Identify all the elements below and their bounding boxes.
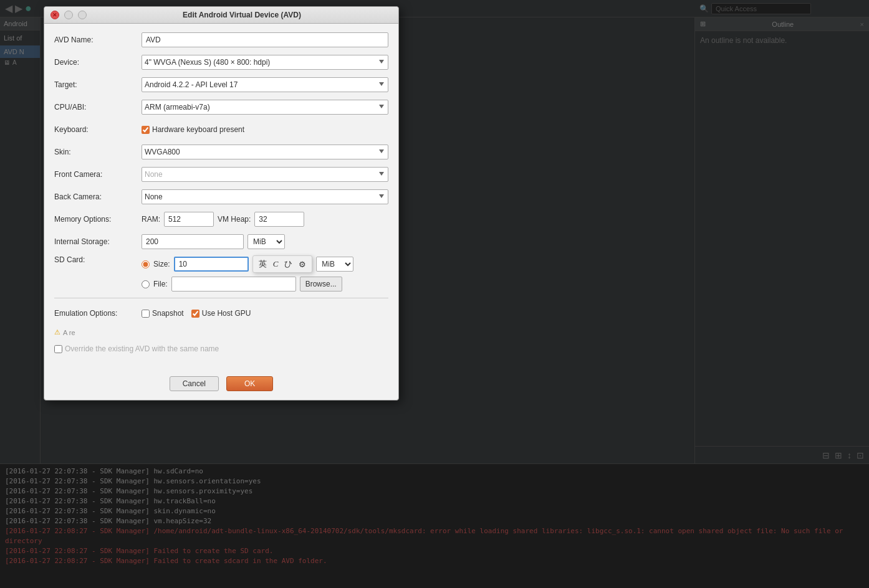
dialog-footer: Cancel OK xyxy=(44,370,398,400)
snapshot-option: Snapshot xyxy=(142,309,184,318)
override-label[interactable]: Override the existing AVD with the same … xyxy=(54,344,219,353)
sd-file-label: File: xyxy=(153,280,168,288)
keyboard-checkbox-text: Hardware keyboard present xyxy=(152,125,244,134)
dialog-body: AVD Name: Device: 4" WVGA (Nexus S) (480… xyxy=(44,24,398,370)
emulation-options-label: Emulation Options: xyxy=(54,309,142,318)
dialog-close-button[interactable]: ✕ xyxy=(50,11,59,19)
device-label: Device: xyxy=(54,58,142,67)
im-c-btn[interactable]: C xyxy=(271,258,281,270)
vm-heap-input[interactable] xyxy=(254,212,304,227)
internal-storage-input[interactable] xyxy=(142,234,244,249)
sd-size-unit-select[interactable]: MiB xyxy=(316,257,353,272)
memory-inputs: RAM: VM Heap: xyxy=(142,212,304,227)
dialog-maximize-button[interactable] xyxy=(78,11,87,19)
avd-name-row: AVD Name: xyxy=(54,31,388,49)
target-row: Target: Android 4.2.2 - API Level 17 xyxy=(54,76,388,93)
skin-row: Skin: WVGA800 xyxy=(54,143,388,161)
keyboard-row: Keyboard: Hardware keyboard present xyxy=(54,121,388,138)
keyboard-checkbox-label[interactable]: Hardware keyboard present xyxy=(142,125,244,134)
target-select[interactable]: Android 4.2.2 - API Level 17 xyxy=(142,77,388,92)
front-camera-row: Front Camera: None xyxy=(54,166,388,183)
skin-select-wrapper: WVGA800 xyxy=(142,145,388,159)
sd-size-row: Size: 英 C ひ ⚙ xyxy=(142,255,353,273)
internal-storage-label: Internal Storage: xyxy=(54,237,142,246)
divider xyxy=(54,298,388,298)
warning-icon: ⚠ xyxy=(54,328,60,336)
back-camera-row: Back Camera: None xyxy=(54,188,388,206)
avd-name-label: AVD Name: xyxy=(54,36,142,44)
sd-size-input[interactable] xyxy=(174,257,249,272)
internal-storage-unit-wrap: MiB xyxy=(247,234,285,249)
sd-file-input[interactable] xyxy=(171,277,296,292)
keyboard-checkbox[interactable] xyxy=(142,126,150,134)
use-host-gpu-option: Use Host GPU xyxy=(191,309,251,318)
cpu-abi-select-wrapper: ARM (armeabi-v7a) xyxy=(142,100,388,115)
sd-size-inputs: 英 C ひ ⚙ MiB xyxy=(174,255,354,273)
skin-label: Skin: xyxy=(54,148,142,156)
back-camera-select-wrapper: None xyxy=(142,189,388,204)
internal-storage-row: Internal Storage: MiB xyxy=(54,233,388,250)
back-camera-label: Back Camera: xyxy=(54,192,142,201)
override-text: Override the existing AVD with the same … xyxy=(65,344,219,353)
memory-row: Memory Options: RAM: VM Heap: xyxy=(54,211,388,228)
cancel-button[interactable]: Cancel xyxy=(170,376,219,391)
ide-background: ◀ ▶ ● 🔍 Android List of AVD N 🖥 A ⊞ Outl… xyxy=(0,0,869,588)
override-row: Override the existing AVD with the same … xyxy=(54,340,388,358)
device-select-wrapper: 4" WVGA (Nexus S) (480 × 800: hdpi) xyxy=(142,55,388,70)
sd-card-options: Size: 英 C ひ ⚙ xyxy=(142,255,353,292)
warning-row: ⚠ A re xyxy=(54,327,388,338)
avd-dialog: ✕ Edit Android Virtual Device (AVD) AVD … xyxy=(44,6,399,401)
emulation-row: Emulation Options: Snapshot Use Host GPU xyxy=(54,305,388,322)
device-row: Device: 4" WVGA (Nexus S) (480 × 800: hd… xyxy=(54,54,388,71)
cpu-abi-select[interactable]: ARM (armeabi-v7a) xyxy=(142,100,388,115)
im-gear-btn[interactable]: ⚙ xyxy=(297,259,308,270)
dialog-titlebar: ✕ Edit Android Virtual Device (AVD) xyxy=(44,7,398,24)
device-select[interactable]: 4" WVGA (Nexus S) (480 × 800: hdpi) xyxy=(142,55,388,70)
dialog-minimize-button[interactable] xyxy=(64,11,73,19)
memory-options-label: Memory Options: xyxy=(54,215,142,224)
sd-card-row: SD Card: Size: 英 C xyxy=(54,255,388,292)
emulation-options: Snapshot Use Host GPU xyxy=(142,309,251,318)
cpu-abi-label: CPU/ABI: xyxy=(54,103,142,111)
internal-storage-unit-select[interactable]: MiB xyxy=(247,234,285,249)
browse-button[interactable]: Browse... xyxy=(300,277,342,292)
snapshot-checkbox[interactable] xyxy=(142,310,150,318)
keyboard-label: Keyboard: xyxy=(54,125,142,134)
sd-size-label: Size: xyxy=(153,260,170,268)
sd-size-radio[interactable] xyxy=(142,260,150,268)
ram-label: RAM: xyxy=(142,215,160,224)
front-camera-label: Front Camera: xyxy=(54,170,142,179)
sd-card-label: SD Card: xyxy=(54,255,142,264)
use-host-gpu-label: Use Host GPU xyxy=(202,309,251,318)
front-camera-select-wrapper: None xyxy=(142,167,388,182)
sd-unit-wrap: MiB xyxy=(316,257,353,272)
modal-overlay: ✕ Edit Android Virtual Device (AVD) AVD … xyxy=(0,0,869,588)
im-popup: 英 C ひ ⚙ xyxy=(252,255,313,273)
target-select-wrapper: Android 4.2.2 - API Level 17 xyxy=(142,77,388,92)
use-host-gpu-checkbox[interactable] xyxy=(191,310,199,318)
sd-file-row: File: Browse... xyxy=(142,277,353,292)
im-chinese-btn[interactable]: 英 xyxy=(257,258,269,270)
dialog-title: Edit Android Virtual Device (AVD) xyxy=(92,11,392,19)
snapshot-label: Snapshot xyxy=(152,309,184,318)
ram-input[interactable] xyxy=(164,212,214,227)
vm-heap-label: VM Heap: xyxy=(218,215,251,224)
im-hiragana-btn[interactable]: ひ xyxy=(282,258,294,270)
front-camera-select[interactable]: None xyxy=(142,167,388,182)
ok-button[interactable]: OK xyxy=(226,376,273,391)
override-checkbox[interactable] xyxy=(54,345,62,353)
target-label: Target: xyxy=(54,80,142,89)
avd-name-input[interactable] xyxy=(142,32,388,47)
cpu-abi-row: CPU/ABI: ARM (armeabi-v7a) xyxy=(54,98,388,116)
warning-text: A re xyxy=(63,329,75,336)
back-camera-select[interactable]: None xyxy=(142,189,388,204)
internal-storage-inputs: MiB xyxy=(142,234,285,249)
sd-file-radio[interactable] xyxy=(142,280,150,288)
skin-select[interactable]: WVGA800 xyxy=(142,145,388,159)
